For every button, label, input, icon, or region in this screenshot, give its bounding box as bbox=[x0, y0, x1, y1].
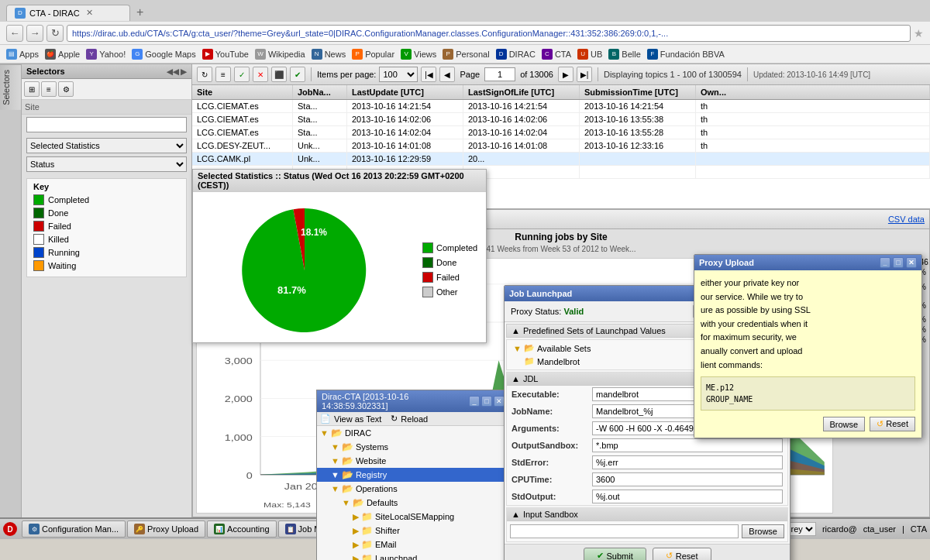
bookmark-apps[interactable]: ▤ Apps bbox=[6, 49, 39, 60]
legend-box: Key Completed Done Failed Killed bbox=[26, 178, 187, 277]
status-dropdown[interactable]: Status bbox=[26, 156, 187, 172]
running-refresh-btn[interactable]: ↻ bbox=[198, 211, 213, 227]
col-submission[interactable]: SubmissionTime [UTC] bbox=[580, 85, 696, 99]
first-page-btn[interactable]: |◀ bbox=[421, 67, 436, 82]
taskbar-config-manager[interactable]: ⚙ Configuration Man... bbox=[22, 520, 126, 538]
col-lastupdate[interactable]: LastUpdate [UTC] bbox=[347, 85, 463, 99]
email-folder-icon: 📁 bbox=[361, 539, 373, 550]
add-btn[interactable]: ✓ bbox=[234, 67, 250, 82]
pu-reset-btn[interactable]: ↺ Reset bbox=[870, 417, 915, 431]
pu-min-btn[interactable]: _ bbox=[880, 257, 890, 268]
selected-stats-dropdown[interactable]: Selected Statistics bbox=[26, 138, 187, 153]
tree-item-launchpad[interactable]: ▶ 📁 Launchpad bbox=[317, 551, 509, 560]
page-input[interactable] bbox=[484, 67, 515, 81]
bookmark-wiki[interactable]: W Wikipedia bbox=[255, 49, 305, 60]
bookmark-star[interactable]: ★ bbox=[914, 27, 924, 40]
table-row[interactable]: LCG.CAMK.pl Unk... 2013-10-16 12:29:59 2… bbox=[192, 153, 930, 166]
col-lastsign[interactable]: LastSignOfLife [UTC] bbox=[463, 85, 580, 99]
bookmark-ub[interactable]: U UB bbox=[577, 49, 602, 60]
col-jobname[interactable]: JobNa... bbox=[293, 85, 347, 99]
auto-refresh-btn[interactable]: Auto refresh : Disabled ▼ bbox=[319, 212, 430, 226]
input-sandbox-input[interactable] bbox=[510, 524, 739, 538]
new-tab-btn[interactable]: + bbox=[136, 5, 143, 19]
bookmark-gmaps[interactable]: G Google Maps bbox=[132, 49, 195, 60]
pu-max-btn[interactable]: □ bbox=[893, 257, 904, 268]
job-monitor-1-icon: 📋 bbox=[285, 524, 296, 534]
submit-btn[interactable]: ✔ Submit bbox=[584, 548, 646, 560]
table-row[interactable]: LCG.CIEMAT.es Sta... 2013-10-16 14:21:54… bbox=[192, 100, 930, 113]
stop-btn[interactable]: ⬛ bbox=[271, 67, 287, 82]
proxy-valid-badge: Valid bbox=[563, 307, 584, 316]
svg-text:1,000: 1,000 bbox=[225, 432, 253, 442]
pu-close-btn[interactable]: ✕ bbox=[906, 257, 917, 268]
outputsandbox-input[interactable] bbox=[592, 438, 783, 452]
legend-running: Running bbox=[33, 247, 180, 258]
bookmark-yahoo[interactable]: Y Yahoo! bbox=[86, 49, 126, 60]
proportional-checkbox[interactable] bbox=[253, 214, 264, 225]
selectors-vertical-label[interactable]: Selectors bbox=[0, 64, 21, 110]
cell-own-4 bbox=[696, 153, 930, 165]
taskbar: D ⚙ Configuration Man... 🔑 Proxy Upload … bbox=[0, 517, 930, 539]
table-row[interactable]: LCG.CIEMAT.es Sta... 2013-10-16 14:02:04… bbox=[192, 126, 930, 139]
refresh-btn[interactable]: ↻ bbox=[197, 67, 212, 82]
cell-update-5: 2013-10-16 10:03:22 bbox=[347, 166, 463, 178]
bookmark-personal[interactable]: P Personal bbox=[443, 49, 489, 60]
stderr-input[interactable] bbox=[592, 455, 783, 469]
browser-tab[interactable]: D CTA - DIRAC ✕ bbox=[6, 5, 130, 21]
last-page-btn[interactable]: ▶| bbox=[577, 67, 592, 82]
reload-btn[interactable]: ↻ bbox=[46, 25, 64, 42]
site-input[interactable] bbox=[26, 117, 187, 132]
list-view-btn[interactable]: ≡ bbox=[41, 81, 57, 97]
bookmark-belle[interactable]: B Belle bbox=[608, 49, 640, 60]
selectors-collapse-left[interactable]: ◀◀ bbox=[167, 67, 179, 76]
bookmark-apple[interactable]: 🍎 Apple bbox=[45, 49, 80, 60]
stdout-input[interactable] bbox=[592, 490, 783, 503]
bookmark-yt[interactable]: ▶ YouTube bbox=[202, 49, 249, 60]
url-input[interactable] bbox=[67, 25, 911, 42]
csv-data-btn[interactable]: CSV data bbox=[888, 215, 925, 224]
table-row[interactable]: LCG.DESY-ZEUT... Unk... 2013-10-16 14:01… bbox=[192, 139, 930, 153]
grid-view-btn[interactable]: ⊞ bbox=[24, 81, 40, 97]
taskbar-job-monitor-1[interactable]: 📋 Job Monitor bbox=[278, 520, 350, 538]
accounting-icon: 📊 bbox=[214, 524, 225, 534]
sandbox-browse-btn[interactable]: Browse bbox=[742, 524, 784, 538]
bookmark-dirac[interactable]: D DIRAC bbox=[496, 49, 536, 60]
legend-done: Done bbox=[33, 208, 180, 218]
taskbar-job-launchpad[interactable]: 🚀 Job Launchpad bbox=[425, 520, 510, 538]
svg-text:0: 0 bbox=[246, 470, 253, 480]
bookmark-ub-icon: U bbox=[577, 49, 588, 60]
table-row[interactable]: LCG.CIEMAT.es Sta... 2013-10-16 14:02:06… bbox=[192, 113, 930, 126]
taskbar-proxy-upload[interactable]: 🔑 Proxy Upload bbox=[127, 520, 205, 538]
list-btn[interactable]: ≡ bbox=[215, 67, 231, 82]
next-page-btn[interactable]: ▶ bbox=[558, 67, 574, 82]
forward-btn[interactable]: → bbox=[26, 25, 43, 42]
cell-own-5 bbox=[696, 166, 930, 178]
cputime-input[interactable] bbox=[592, 472, 783, 486]
bookmark-views[interactable]: V Views bbox=[401, 49, 436, 60]
cell-job-2: Sta... bbox=[293, 126, 347, 139]
col-own[interactable]: Own... bbox=[696, 85, 930, 99]
taskbar-accounting[interactable]: 📊 Accounting bbox=[207, 520, 276, 538]
taskbar-job-monitor-2[interactable]: 📋 Job Monitor bbox=[351, 520, 422, 538]
items-per-page-select[interactable]: 100 bbox=[379, 67, 418, 82]
col-site[interactable]: Site bbox=[192, 85, 293, 99]
prev-page-btn[interactable]: ◀ bbox=[439, 67, 455, 82]
bookmark-bbva[interactable]: F Fundación BBVA bbox=[647, 49, 725, 60]
killed-color bbox=[33, 234, 44, 245]
selectors-collapse-right[interactable]: ▶ bbox=[181, 67, 187, 76]
bookmark-gmaps-icon: G bbox=[132, 49, 143, 60]
settings-btn[interactable]: ⚙ bbox=[58, 81, 74, 97]
reset-btn[interactable]: ↺ Reset bbox=[653, 548, 711, 560]
delete-btn[interactable]: ✕ bbox=[253, 67, 268, 82]
table-row[interactable]: LCG.DESY-ZEUT... Ast... 2013-10-16 10:03… bbox=[192, 166, 930, 179]
bookmark-news[interactable]: N News bbox=[312, 49, 346, 60]
bookmark-popular[interactable]: P Popular bbox=[352, 49, 394, 60]
back-btn[interactable]: ← bbox=[6, 25, 23, 42]
pu-browse-btn[interactable]: Browse bbox=[823, 417, 866, 431]
running-chart-subtitle: 41 Weeks from Week 53 of 2012 to Week... bbox=[193, 245, 929, 253]
tab-close-btn[interactable]: ✕ bbox=[86, 8, 93, 18]
bookmark-cta[interactable]: C CTA bbox=[542, 49, 571, 60]
check-btn[interactable]: ✔ bbox=[290, 67, 305, 82]
tree-item-email[interactable]: ▶ 📁 EMail bbox=[317, 538, 509, 551]
bookmark-dirac-icon: D bbox=[496, 49, 507, 60]
